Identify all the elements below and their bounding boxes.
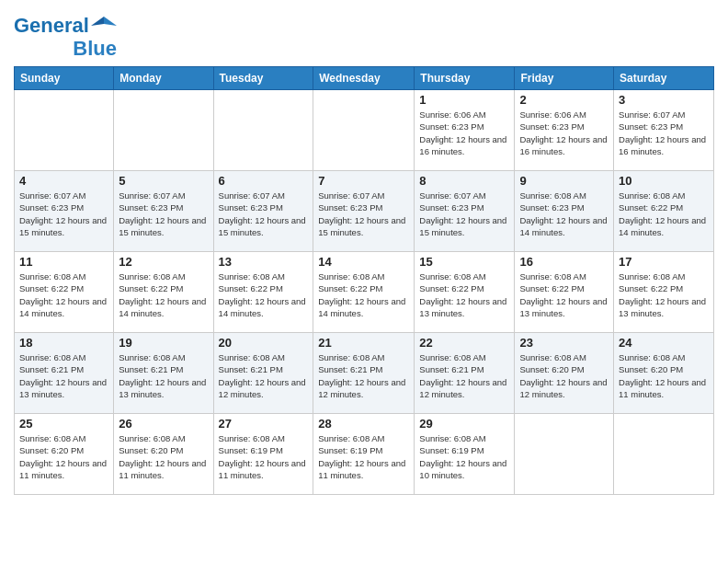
logo-text-general: General: [14, 16, 89, 36]
day-info: Sunrise: 6:08 AMSunset: 6:21 PMDaylight:…: [419, 351, 509, 400]
calendar-cell: 19Sunrise: 6:08 AMSunset: 6:21 PMDayligh…: [114, 333, 213, 414]
calendar-cell: 4Sunrise: 6:07 AMSunset: 6:23 PMDaylight…: [15, 171, 114, 252]
day-info: Sunrise: 6:06 AMSunset: 6:23 PMDaylight:…: [519, 109, 609, 157]
weekday-header-wednesday: Wednesday: [313, 67, 415, 90]
calendar-cell: 29Sunrise: 6:08 AMSunset: 6:19 PMDayligh…: [415, 414, 515, 495]
day-info: Sunrise: 6:08 AMSunset: 6:22 PMDaylight:…: [619, 270, 709, 319]
calendar-cell: 26Sunrise: 6:08 AMSunset: 6:20 PMDayligh…: [114, 414, 213, 495]
day-number: 15: [419, 255, 509, 269]
calendar-cell: 2Sunrise: 6:06 AMSunset: 6:23 PMDaylight…: [515, 90, 614, 171]
calendar-cell: 14Sunrise: 6:08 AMSunset: 6:22 PMDayligh…: [313, 252, 415, 333]
calendar-cell: [15, 90, 114, 171]
calendar-cell: 17Sunrise: 6:08 AMSunset: 6:22 PMDayligh…: [614, 252, 714, 333]
day-number: 2: [519, 93, 609, 107]
day-number: 8: [419, 174, 509, 188]
day-number: 21: [318, 336, 409, 350]
header: General Blue: [14, 9, 714, 59]
calendar-cell: 9Sunrise: 6:08 AMSunset: 6:23 PMDaylight…: [515, 171, 614, 252]
calendar-cell: 27Sunrise: 6:08 AMSunset: 6:19 PMDayligh…: [213, 414, 313, 495]
day-number: 14: [318, 255, 409, 269]
calendar-cell: 1Sunrise: 6:06 AMSunset: 6:23 PMDaylight…: [415, 90, 515, 171]
calendar-cell: 6Sunrise: 6:07 AMSunset: 6:23 PMDaylight…: [213, 171, 313, 252]
logo-bird-icon: [91, 13, 117, 39]
calendar-cell: 20Sunrise: 6:08 AMSunset: 6:21 PMDayligh…: [213, 333, 313, 414]
day-number: 5: [119, 174, 208, 188]
day-number: 23: [519, 336, 609, 350]
calendar-cell: 10Sunrise: 6:08 AMSunset: 6:22 PMDayligh…: [614, 171, 714, 252]
day-info: Sunrise: 6:07 AMSunset: 6:23 PMDaylight:…: [419, 190, 509, 238]
day-info: Sunrise: 6:08 AMSunset: 6:19 PMDaylight:…: [219, 432, 309, 481]
day-info: Sunrise: 6:07 AMSunset: 6:23 PMDaylight:…: [318, 190, 409, 238]
day-info: Sunrise: 6:08 AMSunset: 6:22 PMDaylight:…: [19, 270, 108, 319]
day-info: Sunrise: 6:08 AMSunset: 6:22 PMDaylight:…: [318, 270, 409, 319]
day-info: Sunrise: 6:08 AMSunset: 6:23 PMDaylight:…: [519, 190, 609, 238]
day-number: 20: [219, 336, 309, 350]
day-info: Sunrise: 6:07 AMSunset: 6:23 PMDaylight:…: [119, 190, 208, 238]
calendar-cell: 7Sunrise: 6:07 AMSunset: 6:23 PMDaylight…: [313, 171, 415, 252]
calendar-cell: [515, 414, 614, 495]
day-number: 27: [219, 417, 309, 431]
logo: General Blue: [14, 13, 117, 59]
weekday-header-sunday: Sunday: [15, 67, 114, 90]
calendar-cell: 16Sunrise: 6:08 AMSunset: 6:22 PMDayligh…: [515, 252, 614, 333]
day-number: 4: [19, 174, 108, 188]
day-number: 10: [619, 174, 709, 188]
svg-marker-0: [104, 17, 117, 26]
day-info: Sunrise: 6:08 AMSunset: 6:20 PMDaylight:…: [519, 351, 609, 400]
svg-marker-1: [91, 17, 104, 26]
day-number: 12: [119, 255, 208, 269]
day-number: 25: [19, 417, 108, 431]
logo-text-blue: Blue: [73, 39, 117, 59]
day-info: Sunrise: 6:08 AMSunset: 6:19 PMDaylight:…: [318, 432, 409, 481]
day-info: Sunrise: 6:08 AMSunset: 6:21 PMDaylight:…: [219, 351, 309, 400]
day-info: Sunrise: 6:08 AMSunset: 6:22 PMDaylight:…: [119, 270, 208, 319]
day-info: Sunrise: 6:08 AMSunset: 6:22 PMDaylight:…: [619, 190, 709, 238]
calendar-week-row: 25Sunrise: 6:08 AMSunset: 6:20 PMDayligh…: [15, 414, 714, 495]
calendar-cell: [213, 90, 313, 171]
day-number: 17: [619, 255, 709, 269]
day-number: 9: [519, 174, 609, 188]
calendar-cell: 25Sunrise: 6:08 AMSunset: 6:20 PMDayligh…: [15, 414, 114, 495]
calendar-week-row: 11Sunrise: 6:08 AMSunset: 6:22 PMDayligh…: [15, 252, 714, 333]
calendar-cell: 5Sunrise: 6:07 AMSunset: 6:23 PMDaylight…: [114, 171, 213, 252]
page: General Blue SundayMondayTuesdayWednesda…: [0, 0, 728, 504]
calendar-cell: 28Sunrise: 6:08 AMSunset: 6:19 PMDayligh…: [313, 414, 415, 495]
day-info: Sunrise: 6:08 AMSunset: 6:22 PMDaylight:…: [519, 270, 609, 319]
day-info: Sunrise: 6:08 AMSunset: 6:21 PMDaylight:…: [119, 351, 208, 400]
day-number: 28: [318, 417, 409, 431]
calendar-cell: 3Sunrise: 6:07 AMSunset: 6:23 PMDaylight…: [614, 90, 714, 171]
day-info: Sunrise: 6:08 AMSunset: 6:20 PMDaylight:…: [119, 432, 208, 481]
calendar-week-row: 1Sunrise: 6:06 AMSunset: 6:23 PMDaylight…: [15, 90, 714, 171]
day-number: 13: [219, 255, 309, 269]
day-info: Sunrise: 6:08 AMSunset: 6:21 PMDaylight:…: [19, 351, 108, 400]
calendar-cell: 13Sunrise: 6:08 AMSunset: 6:22 PMDayligh…: [213, 252, 313, 333]
day-number: 11: [19, 255, 108, 269]
calendar-cell: 12Sunrise: 6:08 AMSunset: 6:22 PMDayligh…: [114, 252, 213, 333]
calendar-cell: 18Sunrise: 6:08 AMSunset: 6:21 PMDayligh…: [15, 333, 114, 414]
day-info: Sunrise: 6:07 AMSunset: 6:23 PMDaylight:…: [619, 109, 709, 157]
weekday-header-row: SundayMondayTuesdayWednesdayThursdayFrid…: [15, 67, 714, 90]
day-number: 19: [119, 336, 208, 350]
weekday-header-friday: Friday: [515, 67, 614, 90]
day-info: Sunrise: 6:06 AMSunset: 6:23 PMDaylight:…: [419, 109, 509, 157]
weekday-header-saturday: Saturday: [614, 67, 714, 90]
day-number: 26: [119, 417, 208, 431]
day-info: Sunrise: 6:08 AMSunset: 6:22 PMDaylight:…: [419, 270, 509, 319]
day-info: Sunrise: 6:07 AMSunset: 6:23 PMDaylight:…: [19, 190, 108, 238]
day-number: 6: [219, 174, 309, 188]
day-number: 1: [419, 93, 509, 107]
calendar-cell: 8Sunrise: 6:07 AMSunset: 6:23 PMDaylight…: [415, 171, 515, 252]
calendar-cell: 23Sunrise: 6:08 AMSunset: 6:20 PMDayligh…: [515, 333, 614, 414]
day-info: Sunrise: 6:07 AMSunset: 6:23 PMDaylight:…: [219, 190, 309, 238]
calendar-cell: [114, 90, 213, 171]
day-number: 18: [19, 336, 108, 350]
day-number: 22: [419, 336, 509, 350]
weekday-header-tuesday: Tuesday: [213, 67, 313, 90]
calendar-cell: 22Sunrise: 6:08 AMSunset: 6:21 PMDayligh…: [415, 333, 515, 414]
day-info: Sunrise: 6:08 AMSunset: 6:20 PMDaylight:…: [19, 432, 108, 481]
day-number: 7: [318, 174, 409, 188]
calendar-cell: 11Sunrise: 6:08 AMSunset: 6:22 PMDayligh…: [15, 252, 114, 333]
day-number: 29: [419, 417, 509, 431]
calendar-cell: 21Sunrise: 6:08 AMSunset: 6:21 PMDayligh…: [313, 333, 415, 414]
day-info: Sunrise: 6:08 AMSunset: 6:21 PMDaylight:…: [318, 351, 409, 400]
